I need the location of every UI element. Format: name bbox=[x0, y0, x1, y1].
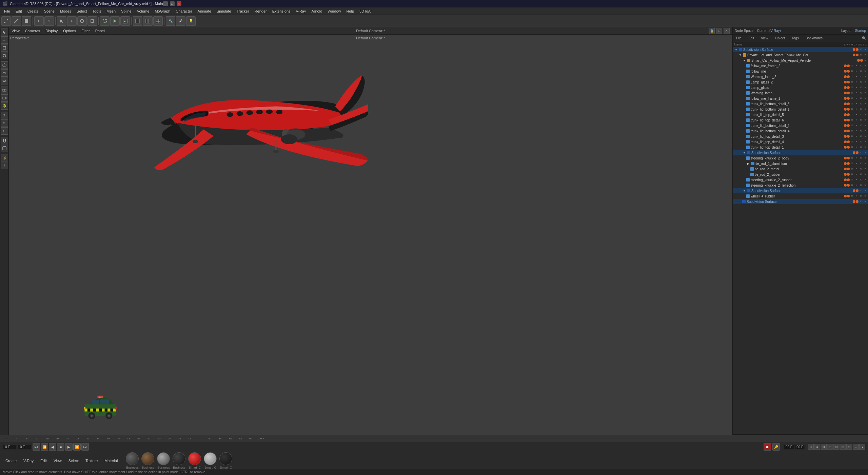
material-item-0[interactable]: Business bbox=[126, 452, 139, 469]
tool-camera[interactable] bbox=[1, 94, 8, 102]
extra-btn-5[interactable]: ◱ bbox=[833, 444, 840, 450]
hierarchy-item-sk2reflect[interactable]: steering_knuckle_2_reflection ✕✕ ✕✕ bbox=[733, 183, 868, 188]
toolbar-mode-polygons[interactable] bbox=[22, 16, 31, 26]
extra-btn-6[interactable]: ◲ bbox=[840, 444, 846, 450]
tool-light-obj[interactable] bbox=[1, 102, 8, 110]
menu-volume[interactable]: Volume bbox=[134, 8, 152, 14]
material-menu-texture[interactable]: Texture bbox=[83, 458, 100, 463]
object-hierarchy[interactable]: ▼ Subdivision Surface ✕ ✕ ▼ Private_Jet_… bbox=[733, 47, 868, 434]
hierarchy-item-subdiv3[interactable]: ▼ Subdivision Surface ✕ ✕ bbox=[733, 188, 868, 193]
hierarchy-item-trunk-t1[interactable]: trunk_lid_top_detail_1 ✕✕ ✕✕ bbox=[733, 145, 868, 150]
tool-paint[interactable] bbox=[1, 145, 8, 152]
hierarchy-item-lglass[interactable]: Lamp_glass ✕✕ ✕✕ bbox=[733, 85, 868, 90]
menu-mesh[interactable]: Mesh bbox=[104, 8, 118, 14]
tool-material[interactable]: S bbox=[1, 112, 8, 119]
tool-misc1[interactable]: ⚡ bbox=[1, 154, 8, 162]
menu-simulate[interactable]: Simulate bbox=[214, 8, 234, 14]
toolbar-rotate[interactable] bbox=[77, 16, 87, 26]
play-back-button[interactable]: ◀ bbox=[49, 443, 56, 451]
maximize-button[interactable]: □ bbox=[170, 1, 175, 6]
tool-texture[interactable]: S bbox=[1, 127, 8, 135]
minimize-button[interactable]: ─ bbox=[163, 1, 168, 6]
hierarchy-item-trunk-t3[interactable]: trunk_lid_top_detail_3 ✕✕ ✕✕ bbox=[733, 134, 868, 139]
menu-arnold[interactable]: Arnold bbox=[309, 8, 325, 14]
toolbar-move[interactable]: ✛ bbox=[67, 16, 77, 26]
material-menu-view[interactable]: View bbox=[51, 458, 64, 463]
hierarchy-item-frame1[interactable]: follow_me_frame_1 ✕✕ ✕✕ bbox=[733, 96, 868, 101]
hierarchy-item-followme[interactable]: follow_me ✕✕ ✕✕ bbox=[733, 69, 868, 74]
extra-btn-3[interactable]: ⊡ bbox=[821, 444, 827, 450]
menu-window[interactable]: Window bbox=[325, 8, 343, 14]
rph-object[interactable]: Object bbox=[774, 36, 786, 41]
material-menu-edit[interactable]: Edit bbox=[38, 458, 50, 463]
menu-modes[interactable]: Modes bbox=[57, 8, 74, 14]
extra-btn-9[interactable]: ⬧ bbox=[859, 444, 865, 450]
hierarchy-item-trunk-b2[interactable]: trunk_lid_bottom_detail_2 ✕✕ ✕✕ bbox=[733, 123, 868, 128]
step-back-button[interactable]: ⏪ bbox=[41, 443, 48, 451]
material-menu-vray[interactable]: V-Ray bbox=[21, 458, 36, 463]
extra-btn-2[interactable]: ◈ bbox=[814, 444, 820, 450]
viewport-menu-options[interactable]: Options bbox=[63, 29, 76, 33]
tool-rotate[interactable] bbox=[1, 52, 8, 59]
go-to-end-button[interactable]: ⏭ bbox=[81, 443, 89, 451]
toolbar-brush[interactable]: 🖌 bbox=[176, 16, 185, 26]
material-ball-3[interactable] bbox=[173, 452, 185, 465]
viewport-close[interactable]: ✕ bbox=[724, 28, 730, 34]
close-button[interactable]: ✕ bbox=[177, 1, 181, 6]
menu-character[interactable]: Character bbox=[173, 8, 195, 14]
toolbar-snap[interactable]: 🔧 bbox=[166, 16, 175, 26]
material-menu-select[interactable]: Select bbox=[66, 458, 82, 463]
tool-deformer[interactable] bbox=[1, 87, 8, 94]
menu-animate[interactable]: Animate bbox=[195, 8, 214, 14]
tool-nurbs[interactable] bbox=[1, 77, 8, 84]
toolbar-view1[interactable] bbox=[133, 16, 142, 26]
rph-bookmarks[interactable]: Bookmarks bbox=[804, 36, 824, 41]
hierarchy-item-subdiv-root[interactable]: ▼ Subdivision Surface ✕ ✕ bbox=[733, 47, 868, 52]
record-button[interactable]: ⏺ bbox=[764, 443, 771, 451]
material-ball-1[interactable] bbox=[141, 452, 154, 465]
material-item-5[interactable]: Smart_C bbox=[204, 452, 217, 469]
hierarchy-item-wlamp2[interactable]: Warning_lamp_2 ✕✕ ✕✕ bbox=[733, 74, 868, 79]
material-item-4[interactable]: Smart_C bbox=[188, 452, 201, 469]
material-ball-0[interactable] bbox=[126, 452, 139, 465]
menu-spline[interactable]: Spline bbox=[118, 8, 134, 14]
hierarchy-item-wheel4[interactable]: wheel_4_rubber ✕✕ ✕✕ bbox=[733, 193, 868, 199]
stop-button[interactable]: ■ bbox=[57, 443, 64, 451]
material-ball-6[interactable] bbox=[219, 452, 232, 465]
viewport-canvas[interactable]: TAXI Perspective Default Camera** Grid S… bbox=[9, 35, 732, 475]
material-menu-create[interactable]: Create bbox=[3, 458, 19, 463]
tool-misc2[interactable]: ? bbox=[1, 162, 8, 169]
material-item-1[interactable]: Business bbox=[141, 452, 154, 469]
toolbar-redo[interactable]: ↪ bbox=[44, 16, 54, 26]
material-ball-2[interactable] bbox=[157, 452, 170, 465]
hierarchy-item-tr2alum[interactable]: ▶ tie_rod_2_aluminium ✕✕ ✕✕ bbox=[733, 161, 868, 166]
tool-scale[interactable] bbox=[1, 44, 8, 52]
extra-btn-1[interactable]: ⬡ bbox=[808, 444, 814, 450]
toolbar-light[interactable]: 💡 bbox=[186, 16, 196, 26]
material-ball-5[interactable] bbox=[204, 452, 217, 465]
toolbar-mode-points[interactable] bbox=[1, 16, 11, 26]
toolbar-view4[interactable] bbox=[153, 16, 163, 26]
toolbar-select[interactable] bbox=[57, 16, 66, 26]
hierarchy-item-trunk-t6[interactable]: trunk_lid_top_detail_6 ✕✕ ✕✕ bbox=[733, 117, 868, 123]
menu-extensions[interactable]: Extensions bbox=[270, 8, 293, 14]
toolbar-render[interactable] bbox=[110, 16, 120, 26]
material-item-2[interactable]: Business bbox=[157, 452, 170, 469]
toolbar-scale[interactable] bbox=[87, 16, 97, 26]
hierarchy-item-trunk-b3[interactable]: trunk_lid_bottom_detail_3 ✕✕ ✕✕ bbox=[733, 101, 868, 107]
step-forward-button[interactable]: ⏩ bbox=[73, 443, 81, 451]
hierarchy-item-trunk-t5[interactable]: trunk_lid_top_detail_5 ✕✕ ✕✕ bbox=[733, 112, 868, 117]
menu-file[interactable]: File bbox=[1, 8, 13, 14]
menu-edit[interactable]: Edit bbox=[13, 8, 25, 14]
toolbar-render-settings[interactable]: ▶ bbox=[120, 16, 130, 26]
viewport-menu-cameras[interactable]: Cameras bbox=[25, 29, 40, 33]
menu-3dtoa![interactable]: 3DToA! bbox=[357, 8, 374, 14]
menu-v-ray[interactable]: V-Ray bbox=[293, 8, 309, 14]
hierarchy-item-trunk-b4[interactable]: trunk_lid_bottom_detail_4 ✕✕ ✕✕ bbox=[733, 128, 868, 134]
extra-btn-8[interactable]: ⬦ bbox=[853, 444, 859, 450]
hierarchy-item-private-jet-group[interactable]: ▼ Private_Jet_and_Smart_Follow_Me_Car ✕ … bbox=[733, 52, 868, 58]
hierarchy-item-wlamp[interactable]: Warning_lamp ✕✕ ✕✕ bbox=[733, 90, 868, 96]
toolbar-mode-edges[interactable] bbox=[12, 16, 21, 26]
tool-polygon[interactable] bbox=[1, 61, 8, 69]
viewport-menu-view[interactable]: View bbox=[12, 29, 20, 33]
